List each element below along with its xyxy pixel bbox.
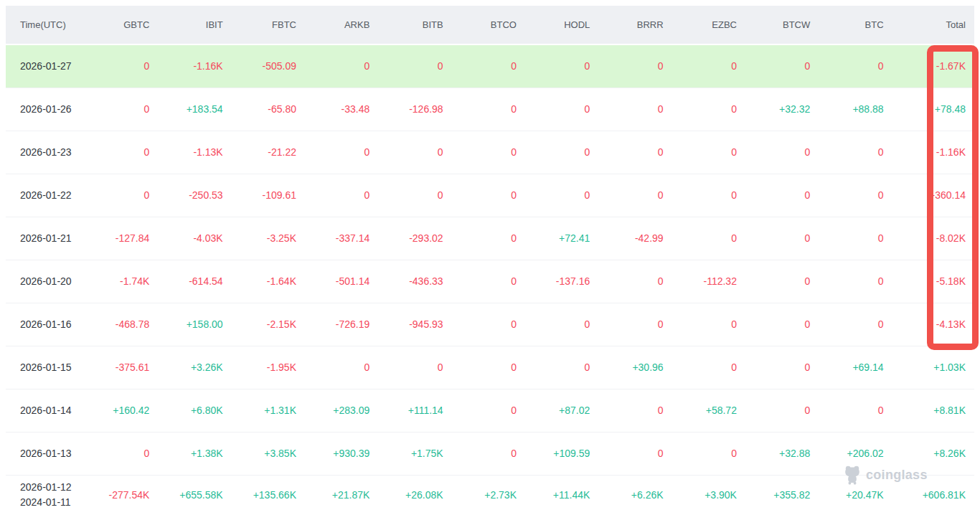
cell-bitb: 0 <box>387 44 460 88</box>
cell-fbtc: -21.22 <box>240 131 314 174</box>
cell-total: -1.67K <box>901 44 974 88</box>
cell-btco: 0 <box>461 88 534 131</box>
table-row[interactable]: 2026-01-122024-01-11-277.54K+655.58K+135… <box>6 475 974 514</box>
cell-btc: 0 <box>827 131 900 174</box>
cell-ibit: -614.54 <box>166 260 240 303</box>
cell-ezbc: 0 <box>681 174 754 217</box>
cell-btc: 0 <box>827 44 900 88</box>
col-header-gbtc[interactable]: GBTC <box>93 6 166 44</box>
cell-hodl: 0 <box>534 174 607 217</box>
col-header-btco[interactable]: BTCO <box>461 6 534 44</box>
cell-bitb: 0 <box>387 174 460 217</box>
cell-bitb: +26.08K <box>387 475 460 514</box>
cell-fbtc: -2.15K <box>240 303 314 346</box>
cell-arkb: -726.19 <box>314 303 387 346</box>
cell-gbtc: -375.61 <box>93 346 166 389</box>
cell-date: 2026-01-122024-01-11 <box>6 475 93 514</box>
cell-brrr: +30.96 <box>607 346 680 389</box>
cell-ibit: +183.54 <box>166 88 240 131</box>
cell-btcw: +355.82 <box>754 475 827 514</box>
cell-arkb: -501.14 <box>314 260 387 303</box>
cell-btcw: 0 <box>754 389 827 432</box>
cell-arkb: 0 <box>314 346 387 389</box>
cell-btc: 0 <box>827 174 900 217</box>
cell-bitb: +111.14 <box>387 389 460 432</box>
col-header-brrr[interactable]: BRRR <box>607 6 680 44</box>
col-header-arkb[interactable]: ARKB <box>314 6 387 44</box>
cell-btco: 0 <box>461 346 534 389</box>
cell-ibit: -1.13K <box>166 131 240 174</box>
cell-btcw: +32.88 <box>754 432 827 475</box>
col-header-ibit[interactable]: IBIT <box>166 6 240 44</box>
cell-gbtc: 0 <box>93 131 166 174</box>
cell-ezbc: 0 <box>681 303 754 346</box>
cell-total: -4.13K <box>901 303 974 346</box>
cell-brrr: 0 <box>607 88 680 131</box>
cell-date: 2026-01-13 <box>6 432 93 475</box>
cell-btco: 0 <box>461 303 534 346</box>
table-header: Time(UTC)GBTCIBITFBTCARKBBITBBTCOHODLBRR… <box>6 6 974 44</box>
cell-btco: 0 <box>461 260 534 303</box>
etf-flow-table: Time(UTC)GBTCIBITFBTCARKBBITBBTCOHODLBRR… <box>6 6 974 514</box>
cell-arkb: 0 <box>314 174 387 217</box>
cell-date: 2026-01-21 <box>6 217 93 260</box>
cell-hodl: 0 <box>534 346 607 389</box>
col-header-bitb[interactable]: BITB <box>387 6 460 44</box>
cell-btcw: 0 <box>754 260 827 303</box>
col-header-total[interactable]: Total <box>901 6 974 44</box>
cell-gbtc: 0 <box>93 174 166 217</box>
cell-bitb: 0 <box>387 131 460 174</box>
cell-brrr: 0 <box>607 174 680 217</box>
cell-date: 2026-01-26 <box>6 88 93 131</box>
cell-ibit: +1.38K <box>166 432 240 475</box>
col-header-hodl[interactable]: HODL <box>534 6 607 44</box>
table-row[interactable]: 2026-01-220-250.53-109.6100000000-360.14 <box>6 174 974 217</box>
table-row[interactable]: 2026-01-260+183.54-65.80-33.48-126.98000… <box>6 88 974 131</box>
cell-fbtc: -1.64K <box>240 260 314 303</box>
cell-total: +1.03K <box>901 346 974 389</box>
cell-btc: +20.47K <box>827 475 900 514</box>
table-row[interactable]: 2026-01-16-468.78+158.00-2.15K-726.19-94… <box>6 303 974 346</box>
table-row[interactable]: 2026-01-20-1.74K-614.54-1.64K-501.14-436… <box>6 260 974 303</box>
cell-fbtc: +135.66K <box>240 475 314 514</box>
cell-total: +8.26K <box>901 432 974 475</box>
cell-ibit: +655.58K <box>166 475 240 514</box>
col-header-time-utc-[interactable]: Time(UTC) <box>6 6 93 44</box>
table-row[interactable]: 2026-01-230-1.13K-21.2200000000-1.16K <box>6 131 974 174</box>
table-row[interactable]: 2026-01-14+160.42+6.80K+1.31K+283.09+111… <box>6 389 974 432</box>
col-header-btcw[interactable]: BTCW <box>754 6 827 44</box>
cell-ezbc: 0 <box>681 432 754 475</box>
cell-btc: +88.88 <box>827 88 900 131</box>
col-header-fbtc[interactable]: FBTC <box>240 6 314 44</box>
cell-gbtc: 0 <box>93 432 166 475</box>
cell-fbtc: +1.31K <box>240 389 314 432</box>
table-row[interactable]: 2026-01-21-127.84-4.03K-3.25K-337.14-293… <box>6 217 974 260</box>
cell-btc: 0 <box>827 260 900 303</box>
cell-arkb: -337.14 <box>314 217 387 260</box>
cell-btcw: 0 <box>754 174 827 217</box>
cell-btc: 0 <box>827 217 900 260</box>
etf-flow-table-container: Time(UTC)GBTCIBITFBTCARKBBITBBTCOHODLBRR… <box>6 6 974 514</box>
col-header-ezbc[interactable]: EZBC <box>681 6 754 44</box>
cell-hodl: -137.16 <box>534 260 607 303</box>
cell-arkb: -33.48 <box>314 88 387 131</box>
table-row[interactable]: 2026-01-270-1.16K-505.0900000000-1.67K <box>6 44 974 88</box>
cell-btco: 0 <box>461 174 534 217</box>
table-row[interactable]: 2026-01-130+1.38K+3.85K+930.39+1.75K0+10… <box>6 432 974 475</box>
cell-btcw: 0 <box>754 217 827 260</box>
cell-ezbc: +3.90K <box>681 475 754 514</box>
cell-ezbc: 0 <box>681 217 754 260</box>
cell-fbtc: +3.85K <box>240 432 314 475</box>
cell-date: 2026-01-23 <box>6 131 93 174</box>
table-row[interactable]: 2026-01-15-375.61+3.26K-1.95K0000+30.960… <box>6 346 974 389</box>
cell-btco: +2.73K <box>461 475 534 514</box>
cell-gbtc: -1.74K <box>93 260 166 303</box>
cell-brrr: -42.99 <box>607 217 680 260</box>
cell-btc: +69.14 <box>827 346 900 389</box>
cell-brrr: 0 <box>607 432 680 475</box>
cell-btcw: 0 <box>754 131 827 174</box>
col-header-btc[interactable]: BTC <box>827 6 900 44</box>
cell-btc: 0 <box>827 389 900 432</box>
cell-gbtc: +160.42 <box>93 389 166 432</box>
cell-arkb: +21.87K <box>314 475 387 514</box>
